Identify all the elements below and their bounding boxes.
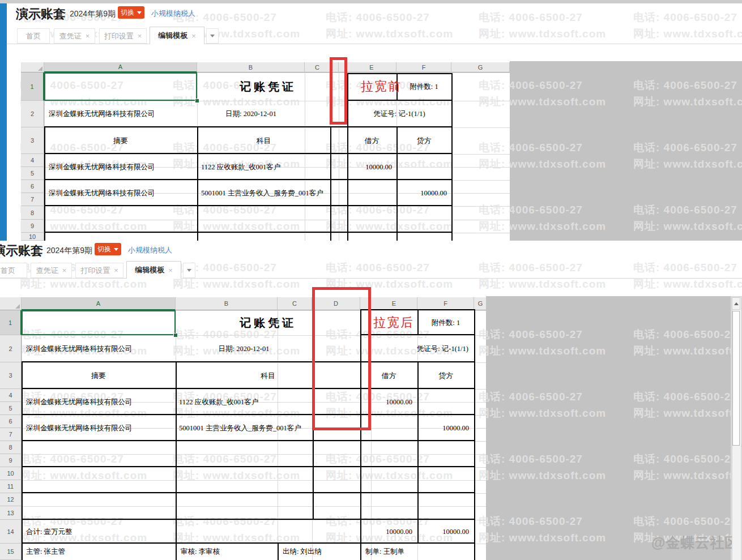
watermark-website: 网址: www.tdxsoft.com: [173, 468, 300, 483]
column-header-B[interactable]: B: [176, 297, 278, 310]
column-header-A[interactable]: A: [22, 297, 176, 310]
column-header-F[interactable]: F: [417, 297, 474, 310]
close-icon[interactable]: ×: [86, 32, 90, 40]
watermark-phone: 电话: 4006-6500-27: [510, 203, 583, 217]
cell-company[interactable]: 深圳金蝶账无忧网络科技有限公司: [46, 180, 195, 206]
cell-auditor[interactable]: 审核: 李审核: [178, 544, 275, 560]
column-header-A[interactable]: A: [44, 62, 197, 72]
cell-entry2_credit[interactable]: 10000.00: [396, 180, 450, 206]
tab-查凭证[interactable]: 查凭证×: [54, 28, 95, 44]
grid-hline: [21, 233, 511, 233]
cell-entry2_credit[interactable]: 10000.00: [417, 415, 472, 441]
cell-entry2_account[interactable]: 5001001 主营业务收入_服务费_001客户: [199, 180, 329, 206]
row-header-1[interactable]: 1: [21, 72, 44, 101]
cell-total_label[interactable]: 合计: 壹万元整: [24, 520, 194, 544]
row-header-14[interactable]: 14: [0, 520, 22, 544]
row-header-9[interactable]: 9: [0, 454, 22, 467]
cell-total_credit[interactable]: 10000.00: [417, 520, 472, 544]
row-header-1[interactable]: 1: [0, 310, 22, 335]
cell-col_account[interactable]: 科目: [197, 127, 330, 154]
row-header-9[interactable]: 9: [21, 220, 44, 233]
select-all-corner[interactable]: [21, 62, 44, 72]
cell-voucher_no[interactable]: 凭证号: 记-1(1/1): [360, 335, 471, 362]
close-icon[interactable]: ×: [168, 266, 173, 275]
row-header-7[interactable]: 7: [0, 428, 22, 441]
row-header-4[interactable]: 4: [0, 389, 22, 402]
cell-entry1_debit[interactable]: 10000.00: [347, 154, 395, 180]
row-header-15[interactable]: 15: [0, 544, 22, 560]
cell-company[interactable]: 深圳金蝶账无忧网络科技有限公司: [46, 101, 195, 127]
tab-查凭证[interactable]: 查凭证×: [31, 263, 72, 278]
cell-manager[interactable]: 主管: 张主管: [24, 544, 137, 560]
row-header-10[interactable]: 10: [21, 233, 44, 241]
tab-list-dropdown[interactable]: [206, 28, 219, 44]
cell-after_label[interactable]: 拉宽后: [363, 310, 425, 335]
taxpayer-type-link[interactable]: 小规模纳税人: [128, 245, 172, 255]
column-header-C[interactable]: C: [278, 297, 312, 310]
column-header-G[interactable]: G: [451, 62, 510, 72]
taxpayer-type-link[interactable]: 小规模纳税人: [151, 8, 195, 19]
cell-col_summary[interactable]: 摘要: [22, 362, 176, 389]
cell-col_summary[interactable]: 摘要: [44, 127, 197, 154]
cell-col_credit[interactable]: 贷方: [396, 127, 451, 154]
row-header-5[interactable]: 5: [21, 167, 44, 180]
row-header-12[interactable]: 12: [0, 493, 22, 506]
tab-编辑模板[interactable]: 编辑模板×: [126, 261, 181, 279]
switch-account-button[interactable]: 切换: [118, 6, 144, 19]
row-header-8[interactable]: 8: [0, 441, 22, 454]
row-header-10[interactable]: 10: [0, 467, 22, 480]
row-header-5[interactable]: 5: [0, 402, 22, 415]
cell-preparer[interactable]: 制单: 王制单: [363, 544, 471, 560]
tab-打印设置[interactable]: 打印设置×: [75, 263, 123, 278]
voucher-border: [22, 361, 475, 362]
row-header-7[interactable]: 7: [21, 193, 44, 206]
cell-company[interactable]: 深圳金蝶账无忧网络科技有限公司: [24, 335, 174, 362]
row-header-6[interactable]: 6: [21, 180, 44, 193]
row-header-2[interactable]: 2: [21, 101, 44, 127]
cell-company[interactable]: 深圳金蝶账无忧网络科技有限公司: [24, 415, 174, 441]
row-header-4[interactable]: 4: [21, 154, 44, 167]
column-header-F[interactable]: F: [396, 62, 451, 72]
cell-attachments[interactable]: 附件数: 1: [417, 310, 474, 335]
column-header-E[interactable]: E: [347, 62, 396, 72]
close-icon[interactable]: ×: [62, 266, 67, 275]
cell-before_label[interactable]: 拉宽前: [347, 72, 415, 101]
close-icon[interactable]: ×: [138, 32, 142, 40]
scrollbar-thumb[interactable]: [732, 311, 740, 446]
switch-account-button[interactable]: 切换: [95, 243, 121, 255]
cell-date[interactable]: 日期: 2020-12-01: [197, 101, 305, 127]
scroll-up-button[interactable]: [732, 297, 740, 310]
tab-编辑模板[interactable]: 编辑模板×: [150, 27, 204, 44]
select-all-corner[interactable]: [0, 297, 22, 310]
tab-list-dropdown[interactable]: [183, 263, 195, 278]
cell-col_credit[interactable]: 贷方: [417, 362, 474, 389]
row-header-11[interactable]: 11: [0, 480, 22, 493]
selection-fill-handle[interactable]: [195, 99, 199, 103]
tab-首页[interactable]: 首页: [0, 263, 27, 278]
cell-company[interactable]: 深圳金蝶账无忧网络科技有限公司: [24, 389, 174, 415]
column-header-B[interactable]: B: [197, 62, 305, 72]
close-icon[interactable]: ×: [191, 32, 196, 40]
row-header-13[interactable]: 13: [0, 506, 22, 520]
column-header-C[interactable]: C: [305, 62, 330, 72]
cell-total_debit[interactable]: 10000.00: [360, 520, 415, 544]
cell-cashier[interactable]: 出纳: 刘出纳: [280, 544, 360, 560]
voucher-border: [417, 361, 419, 544]
tab-首页[interactable]: 首页: [17, 28, 50, 44]
column-header-G[interactable]: G: [474, 297, 487, 310]
cell-voucher_no[interactable]: 凭证号: 记-1(1/1): [347, 101, 451, 127]
selection-fill-handle[interactable]: [173, 333, 178, 337]
row-header-2[interactable]: 2: [0, 335, 22, 362]
row-header-3[interactable]: 3: [21, 127, 44, 154]
cell-col_debit[interactable]: 借方: [347, 127, 396, 154]
row-header-6[interactable]: 6: [0, 415, 22, 428]
close-icon[interactable]: ×: [114, 266, 118, 275]
column-header-E[interactable]: E: [371, 297, 417, 310]
cell-date[interactable]: 日期: 2020-12-01: [176, 335, 312, 362]
tab-打印设置[interactable]: 打印设置×: [99, 28, 147, 44]
cell-title[interactable]: 记账凭证: [197, 72, 339, 101]
row-header-8[interactable]: 8: [21, 206, 44, 220]
cell-entry1_account[interactable]: 1122 应收账款_收001客户: [199, 154, 329, 180]
cell-company[interactable]: 深圳金蝶账无忧网络科技有限公司: [46, 154, 195, 180]
row-header-3[interactable]: 3: [0, 362, 22, 389]
